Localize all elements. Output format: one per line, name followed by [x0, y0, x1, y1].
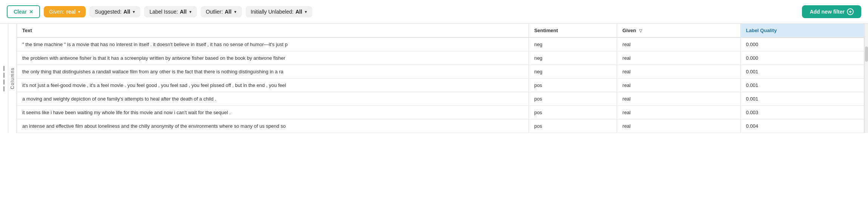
initially-unlabeled-filter-value: All [295, 9, 302, 15]
column-header-label-quality: Label Quality [740, 24, 864, 37]
add-filter-label: Add new filter [810, 9, 845, 15]
cell-given: real [617, 79, 740, 92]
scrollbar[interactable] [864, 24, 868, 133]
column-header-sentiment: Sentiment [529, 24, 617, 37]
chevron-down-icon: ▾ [78, 9, 80, 14]
clear-label: Clear [14, 9, 27, 15]
cell-text: it's not just a feel-good movie , it's a… [17, 79, 529, 92]
cell-text: the problem with antwone fisher is that … [17, 51, 529, 65]
cell-sentiment: pos [529, 106, 617, 119]
cell-given: real [617, 119, 740, 133]
outlier-filter-value: All [225, 9, 232, 15]
data-table: Text Sentiment Given ▽ Label Quality " t… [17, 24, 864, 133]
cell-sentiment: pos [529, 119, 617, 133]
cell-given: real [617, 37, 740, 51]
scrollbar-thumb [865, 46, 868, 62]
initially-unlabeled-filter-label: Initially Unlabeled: [251, 9, 294, 15]
suggested-filter-value: All [123, 9, 130, 15]
chevron-down-icon: ▾ [305, 9, 307, 14]
cell-sentiment: neg [529, 51, 617, 65]
chevron-down-icon: ▾ [133, 9, 135, 14]
table-row: an intense and effective film about lone… [17, 119, 864, 133]
columns-handle[interactable] [0, 24, 8, 133]
cell-sentiment: neg [529, 37, 617, 51]
columns-sidebar-label[interactable]: Columns [8, 24, 17, 133]
table-row: the only thing that distinguishes a rand… [17, 65, 864, 79]
cell-label-quality: 0.004 [740, 119, 864, 133]
cell-label-quality: 0.000 [740, 51, 864, 65]
suggested-filter-label: Suggested: [95, 9, 121, 15]
table-row: a moving and weighty depiction of one fa… [17, 92, 864, 106]
column-header-given[interactable]: Given ▽ [617, 24, 740, 37]
table-row: the problem with antwone fisher is that … [17, 51, 864, 65]
close-icon: ✕ [29, 9, 33, 15]
cell-text: a moving and weighty depiction of one fa… [17, 92, 529, 106]
cell-given: real [617, 92, 740, 106]
cell-label-quality: 0.001 [740, 65, 864, 79]
cell-label-quality: 0.000 [740, 37, 864, 51]
handle-bar-3 [3, 79, 5, 85]
table-row: it's not just a feel-good movie , it's a… [17, 79, 864, 92]
cell-label-quality: 0.003 [740, 106, 864, 119]
cell-label-quality: 0.001 [740, 79, 864, 92]
table-row: it seems like i have been waiting my who… [17, 106, 864, 119]
clear-button[interactable]: Clear ✕ [7, 5, 40, 18]
plus-circle-icon: + [847, 8, 854, 15]
cell-label-quality: 0.001 [740, 92, 864, 106]
outlier-filter-pill[interactable]: Outlier: All ▾ [201, 6, 242, 17]
outlier-filter-label: Outlier: [206, 9, 223, 15]
add-new-filter-button[interactable]: Add new filter + [802, 5, 861, 18]
table-container: Columns Text Sentiment Given ▽ Labe [0, 24, 868, 133]
column-header-text: Text [17, 24, 529, 37]
table-row: " the time machine " is a movie that has… [17, 37, 864, 51]
cell-sentiment: pos [529, 79, 617, 92]
cell-text: an intense and effective film about lone… [17, 119, 529, 133]
given-filter-value: real [66, 9, 76, 15]
cell-text: " the time machine " is a movie that has… [17, 37, 529, 51]
given-filter-label: Given: [49, 9, 64, 15]
chevron-down-icon: ▾ [234, 9, 237, 14]
handle-bar-1 [3, 66, 5, 71]
label-issue-filter-value: All [180, 9, 187, 15]
cell-text: the only thing that distinguishes a rand… [17, 65, 529, 79]
cell-given: real [617, 65, 740, 79]
label-issue-filter-pill[interactable]: Label Issue: All ▾ [144, 6, 197, 17]
cell-sentiment: pos [529, 92, 617, 106]
handle-bar-2 [3, 73, 5, 78]
cell-given: real [617, 106, 740, 119]
suggested-filter-pill[interactable]: Suggested: All ▾ [89, 6, 140, 17]
cell-text: it seems like i have been waiting my who… [17, 106, 529, 119]
handle-bar-4 [3, 86, 5, 91]
label-issue-filter-label: Label Issue: [149, 9, 178, 15]
given-filter-pill[interactable]: Given: real ▾ [44, 6, 86, 17]
sort-icon: ▽ [639, 28, 642, 33]
chevron-down-icon: ▾ [189, 9, 192, 14]
initially-unlabeled-filter-pill[interactable]: Initially Unlabeled: All ▾ [246, 6, 313, 17]
cell-sentiment: neg [529, 65, 617, 79]
filter-bar: Clear ✕ Given: real ▾ Suggested: All ▾ L… [0, 0, 868, 24]
cell-given: real [617, 51, 740, 65]
